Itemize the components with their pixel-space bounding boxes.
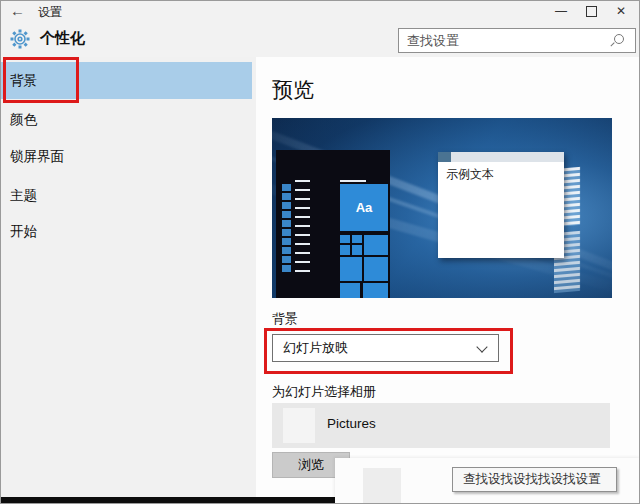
preview-start-menu: Aa — [276, 150, 390, 298]
sample-text: 示例文本 — [446, 166, 494, 183]
preview-sample-window: 示例文本 — [438, 152, 564, 258]
search-input[interactable] — [398, 28, 636, 53]
start-menu-list-labels — [295, 180, 310, 276]
gear-icon — [8, 27, 32, 51]
start-menu-list-icons — [282, 184, 291, 272]
album-name: Pictures — [327, 403, 376, 445]
preview-aa-tile: Aa — [340, 184, 388, 231]
preview-heading: 预览 — [272, 76, 314, 104]
album-list-item[interactable]: Pictures — [272, 403, 610, 448]
annotation-box-background-item — [3, 57, 79, 103]
preview-tile-grid — [340, 233, 388, 281]
maximize-icon[interactable] — [576, 0, 606, 22]
sidebar: 背景 颜色 锁屏界面 主题 开始 — [0, 57, 256, 504]
back-icon[interactable]: ← — [10, 2, 25, 19]
sample-window-titlebar — [438, 152, 564, 162]
background-label: 背景 — [272, 310, 298, 328]
sidebar-item-themes[interactable]: 主题 — [0, 181, 252, 211]
search-box — [398, 28, 636, 53]
overlay-thumbnail — [363, 468, 401, 504]
sidebar-item-lockscreen[interactable]: 锁屏界面 — [0, 142, 252, 172]
bottom-black-bar — [0, 497, 336, 504]
annotation-box-dropdown — [264, 328, 513, 374]
window-controls: — ✕ — [546, 0, 636, 22]
sample-window-icon — [438, 152, 451, 162]
maximize-box — [586, 6, 597, 17]
tile-group-title — [340, 180, 366, 182]
album-thumbnail — [283, 408, 315, 443]
background-preview-image: Aa 示例文本 — [272, 118, 612, 298]
window-title: 设置 — [38, 4, 62, 21]
search-icon[interactable] — [614, 34, 624, 44]
title-bar: ← 设置 — ✕ — [0, 0, 640, 22]
tooltip: 查找设找设找找设找设置 — [452, 467, 617, 492]
preview-bottom-tiles — [340, 283, 388, 298]
bottom-right-overlay: 查找设找设找找设找设置 — [335, 458, 640, 504]
sidebar-item-start[interactable]: 开始 — [0, 217, 252, 247]
album-section-label: 为幻灯片选择相册 — [272, 383, 376, 401]
page-title: 个性化 — [40, 29, 85, 48]
minimize-icon[interactable]: — — [546, 0, 576, 22]
sidebar-item-colors[interactable]: 颜色 — [0, 105, 252, 135]
close-icon[interactable]: ✕ — [606, 0, 636, 22]
